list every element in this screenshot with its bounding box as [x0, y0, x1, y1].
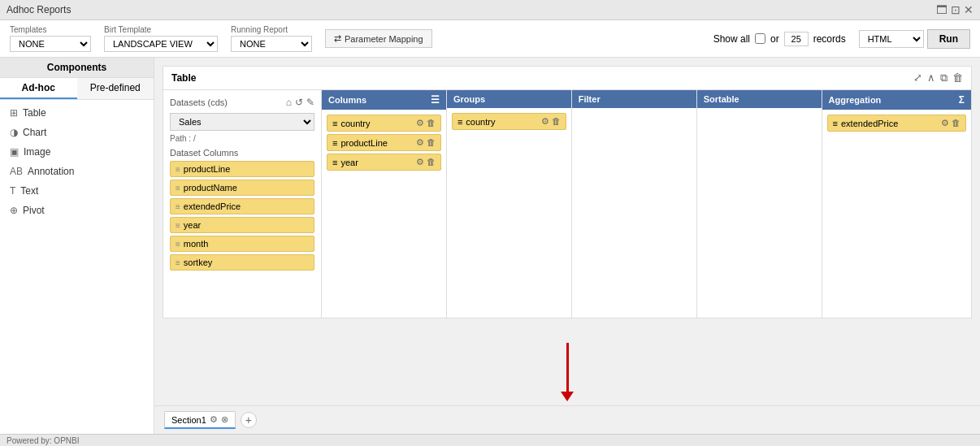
sidebar-header: Components — [0, 58, 154, 78]
edit-icon[interactable]: ✎ — [306, 97, 314, 108]
sortable-header-label: Sortable — [704, 94, 739, 104]
top-bar: Templates NONE Birt Template LANDSCAPE V… — [0, 20, 980, 58]
country-col-label: country — [340, 119, 370, 128]
add-section-button[interactable]: + — [241, 412, 257, 428]
productLine-settings-icon[interactable]: ⚙ — [416, 137, 424, 148]
agg-extendedPrice-label: extendedPrice — [841, 119, 898, 128]
col-year-c[interactable]: ≡ year ⚙ 🗑 — [327, 154, 441, 171]
section1-settings-icon[interactable]: ⚙ — [210, 414, 218, 425]
sidebar-item-text-label: Text — [20, 185, 38, 197]
copy-icon[interactable]: ⧉ — [940, 71, 947, 84]
group-country-icon: ≡ — [457, 117, 462, 127]
sidebar-item-table[interactable]: ⊞ Table — [0, 103, 154, 123]
maximize-icon[interactable]: ⊡ — [951, 3, 960, 16]
design-area: Table ⤢ ∧ ⧉ 🗑 Datasets (cds) — [154, 58, 980, 405]
section1-label: Section1 — [171, 415, 206, 425]
dataset-path: Path : / — [170, 134, 314, 143]
running-report-label: Running Report — [231, 25, 312, 34]
close-icon[interactable]: ✕ — [964, 3, 973, 16]
templates-select[interactable]: NONE — [10, 36, 91, 52]
chart-icon: ◑ — [10, 127, 18, 138]
sidebar-item-text[interactable]: T Text — [0, 181, 154, 201]
columns-header: Columns ☰ — [322, 90, 446, 110]
aggregation-header: Aggregation Σ — [822, 90, 971, 110]
columns-section: Columns ☰ ≡ country — [322, 90, 447, 318]
running-report-select[interactable]: NONE — [231, 36, 312, 52]
annotation-icon: AB — [10, 166, 23, 177]
col-sortkey[interactable]: ≡ sortkey — [170, 254, 314, 271]
home-icon[interactable]: ⌂ — [286, 97, 292, 108]
tab-predefined[interactable]: Pre-defined — [77, 78, 154, 99]
records-label: records — [813, 33, 846, 45]
col-month[interactable]: ≡ month — [170, 236, 314, 252]
group-country[interactable]: ≡ country ⚙ 🗑 — [452, 113, 566, 130]
templates-group: Templates NONE — [10, 25, 91, 52]
col-icon5: ≡ — [176, 240, 180, 249]
refresh-icon[interactable]: ↺ — [295, 97, 303, 108]
run-button[interactable]: Run — [927, 29, 970, 49]
col-productLine-c[interactable]: ≡ productLine ⚙ 🗑 — [327, 134, 441, 151]
expand-icon[interactable]: ⤢ — [913, 71, 922, 84]
groups-section: Groups ≡ country ⚙ — [447, 90, 572, 318]
country-delete-icon[interactable]: 🗑 — [427, 118, 436, 128]
filter-header-label: Filter — [579, 94, 601, 104]
text-icon: T — [10, 185, 15, 197]
records-count-input[interactable] — [784, 32, 809, 46]
sidebar-item-annotation[interactable]: AB Annotation — [0, 162, 154, 181]
sidebar-item-image[interactable]: ▣ Image — [0, 142, 154, 162]
country-settings-icon[interactable]: ⚙ — [416, 118, 424, 128]
productLine-col-icon: ≡ — [332, 138, 337, 148]
productLine-delete-icon[interactable]: 🗑 — [427, 137, 436, 148]
col-icon4: ≡ — [176, 221, 180, 230]
up-icon[interactable]: ∧ — [927, 71, 935, 84]
year-col-icon: ≡ — [332, 158, 337, 167]
app-header: Adhoc Reports 🗖 ⊡ ✕ — [0, 0, 980, 20]
birt-template-select[interactable]: LANDSCAPE VIEW — [104, 36, 218, 52]
group-delete-icon[interactable]: 🗑 — [552, 116, 561, 127]
agg-settings-icon[interactable]: ⚙ — [941, 118, 949, 128]
col-extendedPrice[interactable]: ≡ extendedPrice — [170, 198, 314, 214]
groups-header: Groups — [447, 90, 571, 108]
dataset-panel-title: Datasets (cds) — [170, 97, 228, 107]
col-icon6: ≡ — [176, 258, 180, 267]
sidebar-items: ⊞ Table ◑ Chart ▣ Image AB Annotation T — [0, 100, 154, 223]
col-productLine[interactable]: ≡ productLine — [170, 161, 314, 177]
format-select-wrap: HTML Run — [859, 29, 970, 49]
col-country[interactable]: ≡ country ⚙ 🗑 — [327, 115, 441, 132]
tab-adhoc[interactable]: Ad-hoc — [0, 78, 77, 99]
app-title: Adhoc Reports — [7, 4, 71, 15]
sidebar-item-chart-label: Chart — [23, 127, 46, 138]
sidebar-item-table-label: Table — [23, 107, 46, 119]
year-settings-icon[interactable]: ⚙ — [416, 157, 424, 167]
group-settings-icon[interactable]: ⚙ — [541, 116, 549, 127]
minimize-icon[interactable]: 🗖 — [936, 3, 947, 16]
col-productName[interactable]: ≡ productName — [170, 180, 314, 196]
show-all-checkbox[interactable] — [755, 33, 765, 44]
sidebar-item-pivot[interactable]: ⊕ Pivot — [0, 201, 154, 220]
powered-by: Powered by: OPNBI — [7, 436, 79, 445]
pivot-icon: ⊕ — [10, 205, 18, 216]
filter-section: Filter — [572, 90, 697, 318]
col-year[interactable]: ≡ year — [170, 217, 314, 233]
dataset-select[interactable]: Sales — [170, 113, 314, 131]
col-icon2: ≡ — [176, 184, 180, 193]
sidebar-item-annotation-label: Annotation — [28, 166, 74, 177]
aggregation-content: ≡ extendedPrice ⚙ 🗑 — [822, 110, 971, 139]
groups-header-label: Groups — [453, 94, 485, 104]
sidebar-item-chart[interactable]: ◑ Chart — [0, 123, 154, 142]
sidebar: Components Ad-hoc Pre-defined ⊞ Table ◑ … — [0, 58, 154, 434]
running-report-group: Running Report NONE — [231, 25, 312, 52]
header-icons: 🗖 ⊡ ✕ — [936, 3, 973, 16]
section1-tab[interactable]: Section1 ⚙ ⊗ — [164, 411, 236, 429]
year-delete-icon[interactable]: 🗑 — [427, 157, 436, 167]
main-layout: Templates NONE Birt Template LANDSCAPE V… — [0, 20, 980, 446]
section1-close-icon[interactable]: ⊗ — [221, 414, 228, 425]
agg-delete-icon[interactable]: 🗑 — [952, 118, 960, 128]
sortable-section: Sortable — [697, 90, 822, 318]
or-label: or — [770, 33, 779, 45]
sidebar-item-pivot-label: Pivot — [23, 205, 45, 216]
param-mapping-button[interactable]: ⇄ Parameter Mapping — [325, 29, 432, 48]
delete-icon[interactable]: 🗑 — [952, 71, 963, 84]
format-select[interactable]: HTML — [859, 30, 924, 48]
agg-extendedPrice[interactable]: ≡ extendedPrice ⚙ 🗑 — [827, 115, 966, 132]
